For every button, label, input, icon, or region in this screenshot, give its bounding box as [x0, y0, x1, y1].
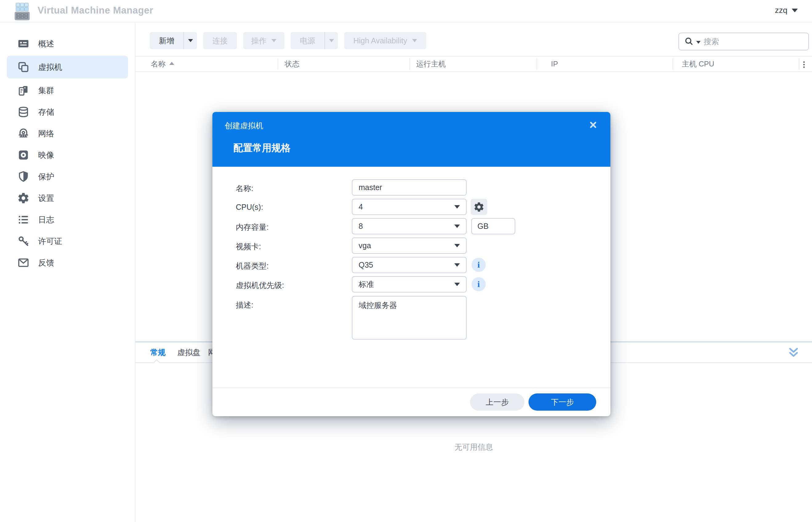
network-icon [17, 127, 30, 140]
create-vm-dialog: 创建虚拟机 配置常用规格 名称: master CPU(s): 4 内存容量: … [212, 112, 611, 416]
sidebar-item-label: 日志 [38, 215, 54, 225]
dialog-footer-divider [212, 387, 611, 388]
vmm-app: Virtual Machine Manager zzq 概述 虚拟机 集群 [0, 0, 812, 522]
column-header-status[interactable]: 状态 [285, 57, 299, 72]
description-label: 描述: [236, 300, 253, 310]
sidebar-item-label: 集群 [38, 85, 54, 96]
memory-unit-value: GB [478, 222, 509, 231]
column-label: 运行主机 [416, 59, 446, 69]
sidebar-item-protection[interactable]: 保护 [7, 167, 128, 186]
action-label: 操作 [251, 36, 267, 46]
memory-value: 8 [359, 222, 454, 231]
column-divider [409, 58, 410, 69]
connect-button[interactable]: 连接 [203, 32, 237, 49]
user-name: zzq [775, 5, 787, 15]
sidebar-item-label: 映像 [38, 150, 54, 161]
name-label: 名称: [236, 183, 253, 194]
key-icon [17, 235, 30, 247]
cpu-select[interactable]: 4 [352, 199, 467, 215]
sidebar-item-cluster[interactable]: 集群 [7, 81, 128, 100]
sidebar-item-license[interactable]: 许可证 [7, 232, 128, 251]
sidebar-item-feedback[interactable]: 反馈 [7, 253, 128, 272]
chevron-down-icon [188, 39, 193, 42]
dialog-section-header: 配置常用规格 [233, 141, 291, 155]
gear-icon [17, 192, 30, 204]
shield-icon [17, 170, 30, 183]
column-label: 名称 [151, 59, 166, 69]
kebab-menu-icon[interactable] [798, 59, 810, 70]
sidebar-item-network[interactable]: 网络 [7, 124, 128, 143]
sidebar-item-log[interactable]: 日志 [7, 210, 128, 229]
sidebar-item-label: 设置 [38, 193, 54, 204]
sidebar-item-storage[interactable]: 存储 [7, 102, 128, 121]
tab-virtual-disk[interactable]: 虚拟盘 [177, 342, 200, 362]
name-input[interactable]: master [352, 179, 467, 196]
gear-icon [473, 201, 484, 213]
column-header-host[interactable]: 运行主机 [416, 57, 446, 72]
priority-select[interactable]: 标准 [352, 276, 467, 293]
description-textarea[interactable]: 域控服务器 [352, 296, 467, 340]
cpu-settings-button[interactable] [471, 199, 487, 215]
chevron-down-icon [329, 39, 334, 42]
sidebar-item-overview[interactable]: 概述 [7, 34, 128, 53]
page-title: Virtual Machine Manager [38, 5, 153, 16]
sidebar: 概述 虚拟机 集群 存储 网络 [0, 23, 135, 522]
high-availability-dropdown-button[interactable]: High Availability [344, 32, 426, 49]
vmm-logo-icon [11, 2, 33, 22]
tab-general[interactable]: 常规 [150, 342, 166, 362]
column-header-name[interactable]: 名称 [151, 57, 174, 72]
column-divider [537, 58, 537, 69]
sidebar-item-label: 虚拟机 [38, 62, 62, 73]
column-header-ip[interactable]: IP [551, 57, 558, 72]
info-icon[interactable]: i [471, 277, 486, 291]
sidebar-item-label: 网络 [38, 128, 54, 139]
sidebar-item-image[interactable]: 映像 [7, 145, 128, 165]
sidebar-item-virtual-machine[interactable]: 虚拟机 [7, 56, 128, 78]
search-filter-caret-icon[interactable] [696, 41, 700, 44]
sidebar-item-settings[interactable]: 设置 [7, 188, 128, 208]
double-chevron-down-icon[interactable] [786, 345, 801, 360]
chevron-down-icon [454, 283, 460, 286]
chevron-down-icon [454, 205, 460, 208]
column-header-host-cpu[interactable]: 主机 CPU [682, 57, 714, 72]
empty-message: 无可用信息 [135, 442, 812, 452]
dialog-title: 创建虚拟机 [225, 121, 263, 131]
next-step-button[interactable]: 下一步 [528, 394, 596, 410]
chevron-down-icon [271, 39, 276, 42]
overview-icon [17, 38, 30, 50]
chevron-down-icon [454, 244, 460, 247]
info-icon[interactable]: i [471, 258, 486, 272]
power-button[interactable]: 电源 [291, 32, 325, 49]
priority-label: 虚拟机优先级: [236, 280, 284, 290]
sort-ascending-icon [169, 62, 174, 65]
memory-label: 内存容量: [236, 222, 269, 232]
name-value: master [359, 183, 460, 192]
sidebar-item-label: 反馈 [38, 258, 54, 268]
video-card-select[interactable]: vga [352, 238, 467, 254]
cluster-icon [17, 84, 30, 97]
close-icon[interactable] [586, 118, 600, 132]
toolbar: 新增 连接 操作 电源 High Availability [150, 32, 426, 49]
search-box [678, 33, 809, 51]
column-label: 状态 [285, 59, 299, 69]
cpu-label: CPU(s): [236, 203, 263, 212]
memory-select[interactable]: 8 [352, 218, 467, 235]
sidebar-item-label: 概述 [38, 38, 54, 49]
power-dropdown-button[interactable] [325, 32, 338, 49]
add-dropdown-button[interactable] [183, 32, 197, 49]
video-card-label: 视频卡: [236, 241, 261, 252]
column-label: IP [551, 60, 558, 68]
search-input[interactable] [704, 37, 804, 46]
chevron-down-icon [792, 8, 798, 12]
column-label: 主机 CPU [682, 59, 714, 69]
memory-unit-select[interactable]: GB [471, 218, 515, 235]
user-menu[interactable]: zzq [775, 5, 798, 15]
mail-icon [17, 257, 30, 269]
action-dropdown-button[interactable]: 操作 [243, 32, 285, 49]
add-button[interactable]: 新增 [150, 32, 183, 49]
power-split-button: 电源 [291, 32, 338, 49]
vm-table-header: 名称 状态 运行主机 IP 主机 CPU [135, 56, 812, 72]
previous-step-button[interactable]: 上一步 [470, 394, 524, 410]
search-icon[interactable] [684, 36, 694, 47]
machine-type-select[interactable]: Q35 [352, 257, 467, 273]
